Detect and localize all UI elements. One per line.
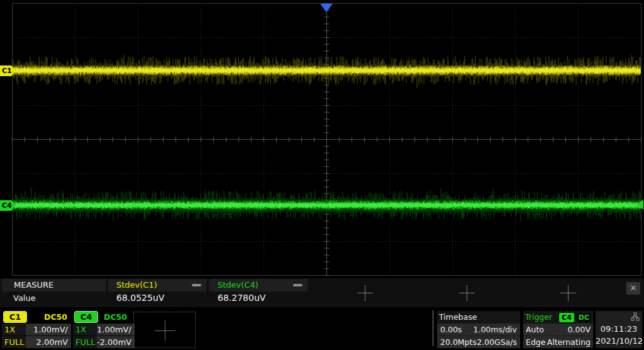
measure-panel: MEASURE Stdev(C1) Stdev(C4) Value 68.052… [0,278,644,307]
channel1-header: C1 DC50 [2,311,71,323]
network-icon [631,312,640,321]
graticule [0,0,644,309]
channel1-attenuation: 1X [2,324,26,336]
timebase-delay-row: 0.00s 1.00ms/div [437,324,520,336]
timebase-memory-depth: 20.0Mpts [440,337,477,347]
trigger-mode-row: Auto 0.00V [523,324,593,336]
measure-item-label: Stdev(C4) [218,279,258,291]
channel4-header: C4 DC50 [73,311,131,323]
clock-box[interactable]: 09:11:23 2021/10/12 [596,311,642,348]
close-measure-panel-button[interactable]: ✕ [626,282,640,295]
status-bar: C1 DC50 1X 1.00mV/ FULL 2.00mV C4 DC50 1… [0,309,644,350]
channel1-offset-row: FULL 2.00mV [2,336,71,348]
clock-time: 09:11:23 [596,323,642,335]
trigger-level: 0.00V [568,325,591,334]
timebase-delay: 0.00s [440,325,462,334]
trigger-position-marker[interactable] [320,4,333,12]
trigger-source-badge: C4 [559,313,574,322]
measure-item-stdev-c4[interactable]: Stdev(C4) [209,279,308,291]
trigger-level-marker[interactable] [636,200,643,210]
status-bar-divider [433,310,433,346]
channel1-coupling: DC50 [44,312,69,322]
remove-measurement-icon[interactable] [192,284,201,286]
channel4-badge: C4 [75,312,97,322]
clock-date: 2021/10/12 [596,335,642,347]
measure-value-row-label: Value [13,293,36,303]
timebase-sample-rate: 2.00GSa/s [477,337,517,347]
oscilloscope-screen: C1 C4 MEASURE Stdev(C1) Stdev(C4) Value … [0,0,644,350]
channel1-info-box[interactable]: C1 DC50 1X 1.00mV/ FULL 2.00mV [2,311,71,348]
remove-measurement-icon[interactable] [293,284,303,286]
channel4-scale-row: 1X 1.00mV/ [73,324,131,336]
timebase-box[interactable]: Timebase 0.00s 1.00ms/div 20.0Mpts 2.00G… [437,311,520,348]
timebase-acquisition-row: 20.0Mpts 2.00GSa/s [437,336,520,348]
trigger-mode: Auto [526,325,544,334]
measure-panel-title: MEASURE [2,279,106,291]
channel1-offset: 2.00mV [26,336,71,348]
measure-item-label: Stdev(C1) [116,279,157,291]
measure-item-stdev-c1[interactable]: Stdev(C1) [108,279,206,291]
channel4-offset-row: FULL -2.00mV [73,336,131,348]
channel1-bandwidth: FULL [2,336,26,348]
close-icon: ✕ [630,283,637,293]
trigger-box[interactable]: Trigger C4 DC Auto 0.00V Edge Alternatin… [523,311,593,348]
channel4-offset: -2.00mV [97,336,135,348]
timebase-title: Timebase [439,311,477,323]
channel4-info-box[interactable]: C4 DC50 1X 1.00mV/ FULL -2.00mV [73,311,131,348]
waveform-display[interactable]: C1 C4 [0,0,644,309]
trigger-slope: Alternating [547,337,591,347]
trigger-coupling-badge: DC [577,313,591,322]
trigger-type: Edge [526,337,545,347]
channel1-badge: C1 [4,312,26,322]
channel4-volts-per-div: 1.00mV/ [97,324,135,336]
measure-value-c1: 68.0525uV [116,293,164,303]
timebase-header: Timebase [437,311,520,323]
trigger-header: Trigger C4 DC [523,311,593,323]
channel4-bandwidth: FULL [73,336,97,348]
channel4-coupling: DC50 [104,312,129,322]
add-measurement-button[interactable] [560,285,576,301]
measure-value-c4: 68.2780uV [218,293,265,303]
channel1-volts-per-div: 1.00mV/ [26,324,71,336]
channel1-scale-row: 1X 1.00mV/ [2,324,71,336]
add-measurement-button[interactable] [357,285,373,301]
trigger-title: Trigger [525,311,552,323]
timebase-scale: 1.00ms/div [473,325,517,334]
add-channel-slot[interactable] [133,312,196,348]
trigger-type-row: Edge Alternating [523,336,593,348]
add-measurement-button[interactable] [459,285,475,301]
channel4-attenuation: 1X [73,324,97,336]
